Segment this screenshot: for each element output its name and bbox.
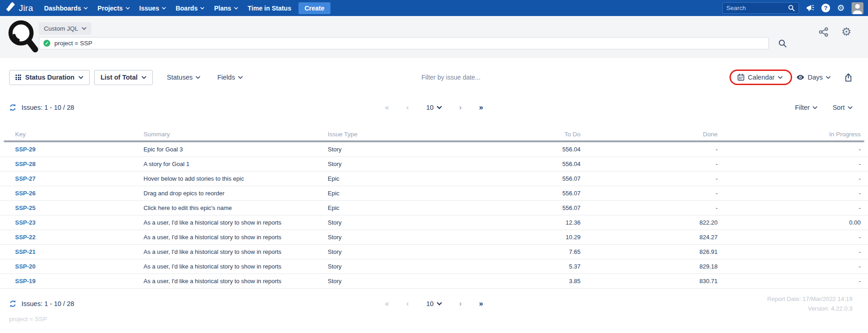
todo-value: 12.36 <box>465 219 580 226</box>
issue-key-link[interactable]: SSP-25 <box>15 204 36 211</box>
page-size-select[interactable]: 10 <box>426 300 442 307</box>
create-button[interactable]: Create <box>298 2 330 14</box>
chevron-down-icon <box>238 76 243 79</box>
nav-menu-item[interactable]: Plans <box>213 3 239 14</box>
jql-mode-dropdown[interactable]: Custom JQL <box>39 22 91 35</box>
issue-summary: As a user, I'd like a historical story t… <box>144 278 328 285</box>
issue-key-link[interactable]: SSP-27 <box>15 175 36 182</box>
table-row[interactable]: SSP-28 A story for Goal 1 Story 556.04 -… <box>0 157 868 172</box>
announcements-icon[interactable] <box>806 4 815 12</box>
nav-menu-item[interactable]: Projects <box>96 3 130 14</box>
chevron-down-icon <box>234 7 238 10</box>
user-avatar[interactable] <box>852 2 863 14</box>
brand-text: Jira <box>19 3 33 13</box>
issue-key-link[interactable]: SSP-22 <box>15 234 36 241</box>
in-progress-value: - <box>718 263 861 270</box>
jql-query-text: project = SSP <box>54 40 92 47</box>
date-filter-input[interactable]: Filter by issue date... <box>421 74 480 81</box>
issue-type: Story <box>328 161 465 167</box>
table-row[interactable]: SSP-21 As a user, I'd like a historical … <box>0 245 868 259</box>
run-search-icon[interactable] <box>778 39 787 50</box>
column-header-done[interactable]: Done <box>580 131 718 138</box>
todo-value: 7.65 <box>465 248 580 255</box>
first-page-icon[interactable]: « <box>385 300 389 307</box>
nav-menu-item[interactable]: Time in Status <box>247 3 292 14</box>
settings-icon[interactable]: ⚙ <box>837 4 845 12</box>
statuses-dropdown[interactable]: Statuses <box>167 74 200 81</box>
issue-key-link[interactable]: SSP-26 <box>15 190 36 197</box>
chevron-down-icon <box>848 106 852 109</box>
table-row[interactable]: SSP-20 As a user, I'd like a historical … <box>0 259 868 274</box>
issue-summary: As a user, I'd like a historical story t… <box>144 219 328 226</box>
last-page-icon[interactable]: » <box>479 104 483 111</box>
prev-page-icon[interactable]: ‹ <box>406 104 409 111</box>
issue-key-link[interactable]: SSP-19 <box>15 278 36 285</box>
todo-value: 556.04 <box>465 146 580 153</box>
share-icon[interactable] <box>819 27 829 37</box>
issue-type: Story <box>328 146 465 153</box>
export-icon[interactable] <box>844 73 852 82</box>
search-input[interactable] <box>726 5 788 11</box>
next-page-icon[interactable]: › <box>459 104 462 111</box>
page-size-select[interactable]: 10 <box>426 104 442 111</box>
issues-table-body: SSP-29 Epic for Goal 3 Story 556.04 - - … <box>0 142 868 289</box>
column-header-todo[interactable]: To Do <box>465 131 580 138</box>
chevron-down-icon <box>437 106 442 109</box>
first-page-icon[interactable]: « <box>385 104 389 111</box>
page-settings-icon[interactable]: ⚙ <box>841 26 852 38</box>
issue-key-link[interactable]: SSP-29 <box>15 146 36 153</box>
column-header-key[interactable]: Key <box>15 131 144 138</box>
top-nav: Jira Dashboards Projects Issues Boards P… <box>0 0 868 16</box>
last-page-icon[interactable]: » <box>479 300 483 307</box>
issue-key-link[interactable]: SSP-21 <box>15 248 36 255</box>
table-row[interactable]: SSP-22 As a user, I'd like a historical … <box>0 230 868 245</box>
time-unit-dropdown[interactable]: Days <box>796 74 831 81</box>
issue-type: Story <box>328 248 465 255</box>
table-row[interactable]: SSP-26 Drag and drop epics to reorder Ep… <box>0 186 868 201</box>
prev-page-icon[interactable]: ‹ <box>406 300 409 307</box>
table-row[interactable]: SSP-25 Click here to edit this epic's na… <box>0 201 868 215</box>
chevron-down-icon <box>826 76 831 79</box>
sort-dropdown[interactable]: Sort <box>832 104 852 111</box>
in-progress-value: - <box>718 278 861 285</box>
chevron-down-icon <box>162 7 166 10</box>
nav-item-label: Issues <box>139 5 160 12</box>
refresh-icon[interactable] <box>9 104 16 111</box>
done-value: - <box>580 204 718 211</box>
column-header-summary[interactable]: Summary <box>144 131 328 138</box>
refresh-icon[interactable] <box>9 300 16 307</box>
column-header-in-progress[interactable]: In Progress <box>718 131 861 138</box>
issue-type: Epic <box>328 175 465 182</box>
fields-dropdown[interactable]: Fields <box>217 74 243 81</box>
nav-menu-item[interactable]: Dashboards <box>43 3 89 14</box>
column-header-issue-type[interactable]: Issue Type <box>328 131 465 138</box>
nav-search-box[interactable] <box>722 2 799 14</box>
todo-value: 3.85 <box>465 278 580 285</box>
calendar-dropdown[interactable]: Calendar <box>737 74 783 81</box>
table-row[interactable]: SSP-29 Epic for Goal 3 Story 556.04 - - <box>0 142 868 157</box>
filter-dropdown[interactable]: Filter <box>795 104 817 111</box>
view-type-button[interactable]: List of Total <box>94 70 153 85</box>
issue-key-link[interactable]: SSP-28 <box>15 161 36 167</box>
jql-valid-icon: ✓ <box>43 40 50 47</box>
issue-key-link[interactable]: SSP-20 <box>15 263 36 270</box>
in-progress-value: - <box>718 175 861 182</box>
table-row[interactable]: SSP-27 Hover below to add stories to thi… <box>0 172 868 186</box>
nav-menu-item[interactable]: Issues <box>138 3 167 14</box>
issue-key-link[interactable]: SSP-23 <box>15 219 36 226</box>
todo-value: 556.07 <box>465 175 580 182</box>
table-row[interactable]: SSP-19 As a user, I'd like a historical … <box>0 274 868 289</box>
next-page-icon[interactable]: › <box>459 300 462 307</box>
done-value: 824.27 <box>580 234 718 241</box>
query-header: Custom JQL ✓ project = SSP ⚙ <box>0 16 868 58</box>
jira-logo[interactable]: Jira <box>6 2 33 14</box>
in-progress-value: - <box>718 161 861 167</box>
nav-menu-item[interactable]: Boards <box>175 3 205 14</box>
table-row[interactable]: SSP-23 As a user, I'd like a historical … <box>0 215 868 230</box>
issue-type: Story <box>328 278 465 285</box>
jql-input[interactable]: ✓ project = SSP <box>39 37 769 49</box>
help-icon[interactable]: ? <box>821 4 830 12</box>
in-progress-value: - <box>718 248 861 255</box>
todo-value: 10.29 <box>465 234 580 241</box>
report-type-button[interactable]: Status Duration <box>9 70 90 85</box>
